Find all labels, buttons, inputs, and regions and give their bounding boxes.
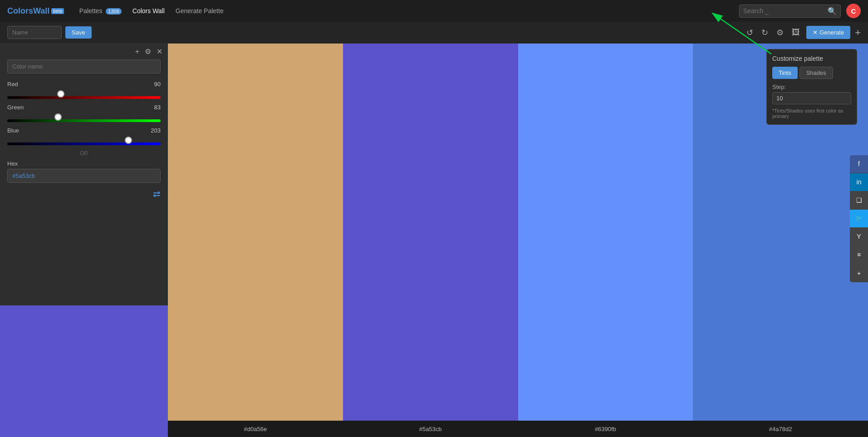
red-label: Red [7,81,18,88]
color-strip-0: #d0a56e [168,44,343,437]
tab-group: Tints Shades [772,67,851,79]
palettes-badge: 1308 [106,8,121,15]
red-slider-row: Red 90 [7,81,161,98]
brand-name: ColorsWall [7,6,49,16]
add-color-icon-btn[interactable]: + [135,48,139,56]
color-label-0: #d0a56e [168,421,343,437]
hex-input[interactable] [7,169,161,183]
step-label: Step: [772,83,851,90]
blue-slider-row: Blue 203 [7,127,161,145]
linkedin-button[interactable]: in [850,173,868,191]
color-strip-2: #6390fb [518,44,693,437]
plus-button[interactable]: + [850,264,868,282]
nav-links: Palettes 1308 Colors Wall Generate Palet… [75,5,228,17]
random-icon-row: ⇄ [7,183,161,205]
shades-tab[interactable]: Shades [799,67,833,79]
color-label-2: #6390fb [518,421,693,437]
blue-thumb[interactable] [125,137,132,144]
redo-button[interactable]: ↻ [760,26,770,39]
top-nav: ColorsWall beta Palettes 1308 Colors Wal… [0,0,868,22]
color-form: Red 90 Green 83 [0,59,168,205]
red-value: 90 [154,81,161,88]
sub-nav: Save ↺ ↻ ⚙ 🖼 ✕ Generate + [0,22,868,44]
settings-button[interactable]: ⚙ [775,26,785,39]
red-thumb[interactable] [57,90,64,98]
green-thumb[interactable] [54,113,62,121]
sub-nav-right: ↺ ↻ ⚙ 🖼 ✕ Generate + [745,26,861,39]
save-button[interactable]: Save [65,26,92,39]
search-box[interactable]: 🔍 [739,5,841,18]
green-label: Green [7,104,24,111]
color-block-2[interactable] [518,44,693,421]
nav-palettes[interactable]: Palettes 1308 [75,5,126,17]
tints-tab[interactable]: Tints [772,67,798,79]
add-color-button[interactable]: + [855,27,861,39]
customize-palette-popup: Customize palette Tints Shades Step: *Ti… [766,49,857,125]
undo-button[interactable]: ↺ [745,26,755,39]
main-area: + ⚙ ✕ Red 90 Green 83 [0,44,868,437]
color-preview-block [0,305,168,437]
image-button[interactable]: 🖼 [790,26,802,39]
palette-colors: #d0a56e #5a53cb #6390fb #4a78d2 [168,44,868,437]
nav-generate-palette[interactable]: Generate Palette [171,5,228,17]
green-value: 83 [154,104,161,111]
nav-right: 🔍 C [739,4,861,18]
or-divider: OR [7,150,161,157]
color-label-1: #5a53cb [343,421,518,437]
search-icon[interactable]: 🔍 [828,7,837,15]
palette-area: #d0a56e #5a53cb #6390fb #4a78d2 [168,44,868,437]
layers-button[interactable]: ≡ [850,246,868,264]
color-name-input[interactable] [7,59,161,74]
color-strip-1: #5a53cb [343,44,518,437]
hex-label: Hex [7,160,161,167]
color-picker-panel: + ⚙ ✕ Red 90 Green 83 [0,44,168,437]
generate-button[interactable]: ✕ Generate [806,26,850,39]
random-icon[interactable]: ⇄ [153,188,161,199]
color-block-1[interactable] [343,44,518,421]
search-input[interactable] [743,7,825,15]
facebook-button[interactable]: f [850,155,868,173]
social-sidebar: f in ❑ 🐦 Y ≡ + [850,155,868,282]
color-label-3: #4a78d2 [693,421,868,437]
blue-label: Blue [7,127,19,134]
twitter-button[interactable]: 🐦 [850,210,868,228]
close-icon-btn[interactable]: ✕ [157,47,162,56]
customize-title: Customize palette [772,55,851,62]
nav-colors-wall[interactable]: Colors Wall [128,5,169,17]
hacker-button[interactable]: Y [850,228,868,246]
settings-icon-btn[interactable]: ⚙ [145,47,151,56]
brand-logo[interactable]: ColorsWall beta [7,6,64,16]
panel-header: + ⚙ ✕ [0,44,168,59]
blue-value: 203 [151,127,161,134]
pocket-button[interactable]: ❑ [850,191,868,210]
palette-name-input[interactable] [7,26,62,39]
color-block-0[interactable] [168,44,343,421]
customize-hint: *Tints/Shades uses first color as primar… [772,108,851,119]
green-slider-row: Green 83 [7,104,161,122]
user-avatar[interactable]: C [846,4,861,18]
brand-beta: beta [51,8,64,14]
step-input[interactable] [772,92,851,104]
